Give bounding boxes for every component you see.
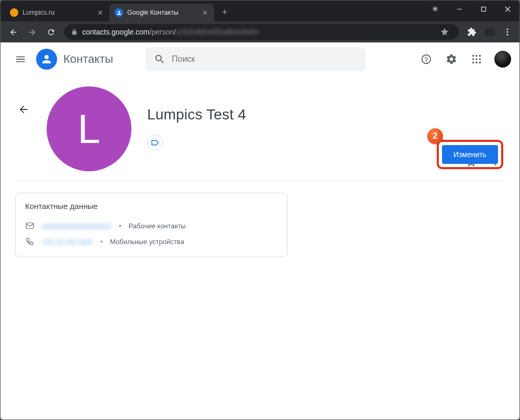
add-label-button[interactable] <box>147 135 163 150</box>
bookmark-star-icon[interactable] <box>437 24 452 40</box>
app-title: Контакты <box>63 52 113 66</box>
svg-point-13 <box>472 62 474 64</box>
address-bar: contacts.google.com/person/a7b3c9d1e5f2a… <box>1 21 519 42</box>
avatar-initial: L <box>78 105 100 153</box>
phone-value: +xx xx xxx xxxx <box>42 238 93 246</box>
tab-google-contacts[interactable]: Google Контакты ✕ <box>109 4 214 21</box>
extensions-icon[interactable] <box>464 24 480 40</box>
svg-point-6 <box>507 34 508 36</box>
svg-point-5 <box>507 31 508 33</box>
svg-point-10 <box>472 58 474 60</box>
annotation-badge: 2 <box>427 128 443 144</box>
annotation-highlight: 2 Изменить <box>437 140 503 169</box>
search-icon <box>154 53 165 65</box>
label-icon <box>151 138 160 147</box>
tab-strip: Lumpics.ru ✕ Google Контакты ✕ + <box>1 1 423 21</box>
mail-icon <box>25 221 35 230</box>
help-icon <box>421 53 432 65</box>
svg-point-8 <box>475 55 478 57</box>
svg-rect-1 <box>481 7 485 11</box>
settings-button[interactable] <box>441 49 462 70</box>
tab-lumpics[interactable]: Lumpics.ru ✕ <box>5 4 109 21</box>
svg-point-14 <box>475 62 478 64</box>
forward-button[interactable] <box>24 24 40 40</box>
person-icon <box>40 53 53 65</box>
favicon-contacts <box>115 8 123 17</box>
browser-menu-icon[interactable] <box>500 24 515 40</box>
contact-header: L Lumpics Test 4 2 Изменить <box>15 76 505 181</box>
contact-avatar[interactable]: L <box>47 86 131 171</box>
edit-button[interactable]: Изменить <box>442 145 498 164</box>
search-input[interactable] <box>172 54 357 64</box>
account-avatar[interactable] <box>494 51 511 68</box>
hamburger-icon <box>15 53 26 65</box>
svg-point-11 <box>475 58 478 60</box>
tab-label: Google Контакты <box>127 9 196 16</box>
contact-actions: 2 Изменить <box>462 152 505 171</box>
separator-dot: • <box>119 222 121 230</box>
favicon-lumpics <box>10 8 18 17</box>
separator-dot: • <box>100 238 103 246</box>
reload-button[interactable] <box>42 24 59 40</box>
phone-icon <box>25 237 35 246</box>
app-header: Контакты <box>1 42 519 76</box>
card-title: Контактные данные <box>25 202 278 211</box>
account-indicator[interactable] <box>423 1 447 17</box>
page-content: Контакты L Lumpics Test 4 <box>1 42 519 420</box>
contacts-logo[interactable] <box>36 49 57 70</box>
svg-point-7 <box>472 55 474 57</box>
back-button[interactable] <box>5 24 21 40</box>
search-box[interactable] <box>146 47 366 71</box>
phone-tag: Мобильные устройства <box>110 238 184 246</box>
lock-icon <box>71 28 78 36</box>
close-window-button[interactable] <box>495 1 519 17</box>
close-tab-icon[interactable]: ✕ <box>96 8 104 17</box>
minimize-button[interactable] <box>447 1 471 17</box>
svg-rect-19 <box>26 223 34 229</box>
browser-titlebar: Lumpics.ru ✕ Google Контакты ✕ + <box>1 1 519 21</box>
contact-name: Lumpics Test 4 <box>147 106 246 123</box>
phone-row[interactable]: +xx xx xxx xxxx • Мобильные устройства <box>25 234 278 249</box>
url-text: contacts.google.com/person/a7b3c9d1e5f2a… <box>82 28 259 36</box>
contact-details-card: Контактные данные xxxxxxxxxxxxxxxxxxx • … <box>15 193 287 257</box>
apps-button[interactable] <box>466 49 487 70</box>
main-menu-button[interactable] <box>9 48 32 71</box>
svg-point-12 <box>479 58 481 60</box>
new-tab-button[interactable]: + <box>217 5 232 19</box>
window-controls <box>423 1 519 21</box>
apps-grid-icon <box>471 53 482 65</box>
svg-point-9 <box>479 55 481 57</box>
omnibox[interactable]: contacts.google.com/person/a7b3c9d1e5f2a… <box>64 24 459 40</box>
svg-point-4 <box>507 28 508 30</box>
maximize-button[interactable] <box>471 1 495 17</box>
email-tag: Рабочие контакты <box>129 222 186 230</box>
close-tab-icon[interactable]: ✕ <box>201 8 209 17</box>
gear-icon <box>446 53 457 65</box>
tab-label: Lumpics.ru <box>23 9 92 16</box>
email-value: xxxxxxxxxxxxxxxxxxx <box>42 222 112 230</box>
svg-point-15 <box>479 62 481 64</box>
profile-avatar[interactable] <box>482 24 497 40</box>
help-button[interactable] <box>416 49 437 70</box>
email-row[interactable]: xxxxxxxxxxxxxxxxxxx • Рабочие контакты <box>25 218 278 234</box>
